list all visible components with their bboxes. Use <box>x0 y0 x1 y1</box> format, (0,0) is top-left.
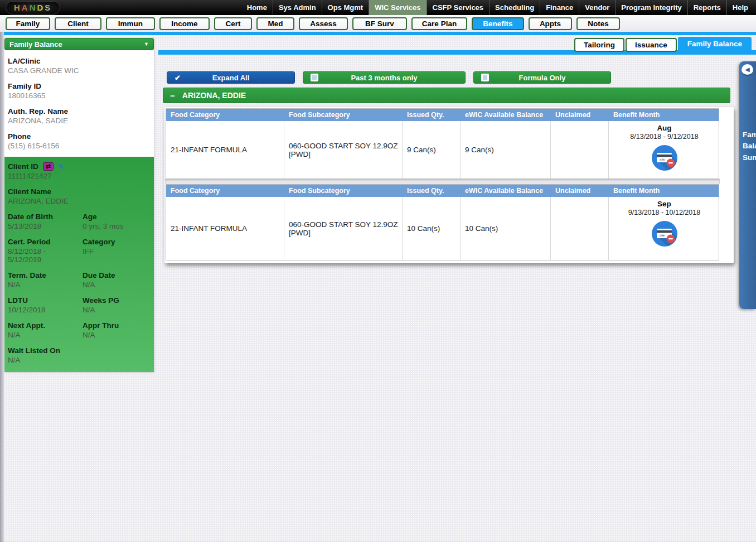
weeks-pg-label: Weeks PG <box>83 296 151 305</box>
ewic-card-icon[interactable] <box>651 144 678 171</box>
field-phone: Phone (515) 615-6156 <box>8 132 151 150</box>
panel-expand-icon[interactable]: ◀ <box>742 64 753 76</box>
table-row: 21-INFANT FORMULA 060-GOOD START SOY 12.… <box>166 121 719 178</box>
ewic-card-icon[interactable] <box>651 220 678 247</box>
next-appt-label: Next Appt. <box>8 321 83 330</box>
client-name-value: ARIZONA, EDDIE <box>8 197 151 205</box>
cell-benefit-month: Aug 8/13/2018 - 9/12/2018 <box>609 121 719 178</box>
cell-food-category: 21-INFANT FORMULA <box>166 197 284 260</box>
client-group-header[interactable]: − ARIZONA, EDDIE <box>163 88 730 103</box>
term-date-label: Term. Date <box>8 271 83 279</box>
dob-value: 5/13/2018 <box>8 222 83 230</box>
tab-notes[interactable]: Notes <box>576 17 620 30</box>
field-family-id: Family ID 180016365 <box>8 82 151 100</box>
col-benefit-month: Benefit Month <box>609 109 719 121</box>
view-tab-issuance[interactable]: Issuance <box>626 38 677 52</box>
expand-all-button[interactable]: ✔ Expand All <box>167 71 295 84</box>
checkbox-unchecked-icon <box>481 74 489 81</box>
due-date-value: N/A <box>83 281 151 289</box>
col-food-subcategory: Food Subcategory <box>284 109 403 121</box>
tab-bf-surv[interactable]: BF Surv <box>352 17 407 30</box>
family-balance-sidebar: Family Balance ▼ LA/Clinic CASA GRANDE W… <box>4 38 154 372</box>
tab-benefits[interactable]: Benefits <box>472 17 524 30</box>
nav-item-home[interactable]: Home <box>241 0 273 15</box>
col-issued-qty: Issued Qty. <box>403 109 461 121</box>
family-balance-summary-panel[interactable]: ◀ Family Balance Summary <box>739 61 756 309</box>
col-ewic-balance: eWIC Available Balance <box>461 185 551 197</box>
nav-item-help[interactable]: Help <box>726 0 754 15</box>
footer-bar <box>0 542 756 555</box>
tab-appts[interactable]: Appts <box>529 17 572 30</box>
checkbox-unchecked-icon <box>311 74 318 81</box>
field-category: Category IFF <box>83 238 151 264</box>
col-unclaimed: Unclaimed <box>551 185 609 197</box>
view-tab-family-balance[interactable]: Family Balance <box>678 37 752 52</box>
ldtu-label: LDTU <box>8 296 83 305</box>
cell-unclaimed <box>551 121 609 178</box>
auth-rep-label: Auth. Rep. Name <box>8 107 151 115</box>
col-food-subcategory: Food Subcategory <box>284 185 403 197</box>
sidebar-header-label: Family Balance <box>9 40 62 49</box>
nav-item-wic-services[interactable]: WIC Services <box>369 0 426 15</box>
nav-item-vendor[interactable]: Vendor <box>579 0 615 15</box>
sidebar-header[interactable]: Family Balance ▼ <box>4 38 154 50</box>
view-tab-tailoring[interactable]: Tailoring <box>574 38 624 52</box>
nav-item-finance[interactable]: Finance <box>540 0 579 15</box>
past-3-months-toggle[interactable]: Past 3 months only <box>303 71 466 84</box>
benefit-month-range: 9/13/2018 - 10/12/2018 <box>628 209 700 216</box>
category-value: IFF <box>83 247 151 255</box>
col-food-category: Food Category <box>166 109 284 121</box>
nav-item-program-integrity[interactable]: Program Integrity <box>615 0 687 15</box>
cell-benefit-month: Sep 9/13/2018 - 10/12/2018 <box>609 197 719 260</box>
term-date-value: N/A <box>8 281 83 289</box>
col-unclaimed: Unclaimed <box>551 109 609 121</box>
tab-cert[interactable]: Cert <box>214 17 252 30</box>
tab-med[interactable]: Med <box>256 17 294 30</box>
transfer-client-icon[interactable]: ⇄ <box>43 162 54 171</box>
col-benefit-month: Benefit Month <box>609 185 719 197</box>
field-wait-listed: Wait Listed On N/A <box>8 346 151 364</box>
col-food-category: Food Category <box>166 185 284 197</box>
family-id-label: Family ID <box>8 82 151 90</box>
past-3-months-label: Past 3 months only <box>303 74 465 82</box>
table-gap-divider <box>165 179 720 184</box>
formula-only-label: Formula Only <box>474 74 610 82</box>
client-info-section: Client ID ⇄ ✎ 11111421427 Client Name AR… <box>4 157 154 372</box>
cert-period-label: Cert. Period <box>8 238 83 246</box>
col-ewic-balance: eWIC Available Balance <box>461 109 551 121</box>
benefit-month-name: Aug <box>657 124 671 132</box>
window-edge <box>0 15 4 555</box>
tab-client[interactable]: Client <box>55 17 101 30</box>
tab-care-plan[interactable]: Care Plan <box>411 17 467 30</box>
tab-income[interactable]: Income <box>159 17 210 30</box>
client-id-label: Client ID <box>8 162 38 171</box>
field-due-date: Due Date N/A <box>83 271 151 289</box>
appr-thru-value: N/A <box>83 331 151 339</box>
nav-item-csfp-services[interactable]: CSFP Services <box>427 0 490 15</box>
collapse-icon[interactable]: − <box>170 91 175 100</box>
field-dob: Date of Birth 5/13/2018 <box>8 213 83 230</box>
tab-immun[interactable]: Immun <box>106 17 155 30</box>
balance-toolbar: ✔ Expand All Past 3 months only Formula … <box>167 71 611 84</box>
phone-label: Phone <box>8 132 151 141</box>
field-age: Age 0 yrs, 3 mos <box>83 213 151 230</box>
nav-item-scheduling[interactable]: Scheduling <box>489 0 540 15</box>
nav-item-reports[interactable]: Reports <box>687 0 726 15</box>
edit-client-icon[interactable]: ✎ <box>58 163 65 171</box>
tab-family[interactable]: Family <box>6 17 50 30</box>
benefit-month-name: Sep <box>657 200 671 208</box>
tab-assess[interactable]: Assess <box>299 17 348 30</box>
nav-item-sys-admin[interactable]: Sys Admin <box>273 0 322 15</box>
cell-ewic-balance: 9 Can(s) <box>461 121 551 178</box>
dob-label: Date of Birth <box>8 213 83 221</box>
la-clinic-value: CASA GRANDE WIC <box>8 66 151 75</box>
field-term-date: Term. Date N/A <box>8 271 83 289</box>
cell-unclaimed <box>551 197 609 260</box>
auth-rep-value: ARIZONA, SADIE <box>8 117 151 125</box>
client-id-value: 11111421427 <box>8 172 151 180</box>
formula-only-toggle[interactable]: Formula Only <box>473 71 611 84</box>
field-next-appt: Next Appt. N/A <box>8 321 83 339</box>
hands-logo: HANDS <box>6 1 60 15</box>
nav-item-ops-mgmt[interactable]: Ops Mgmt <box>322 0 369 15</box>
module-tab-row: Family Client Immun Income Cert Med Asse… <box>0 15 756 32</box>
